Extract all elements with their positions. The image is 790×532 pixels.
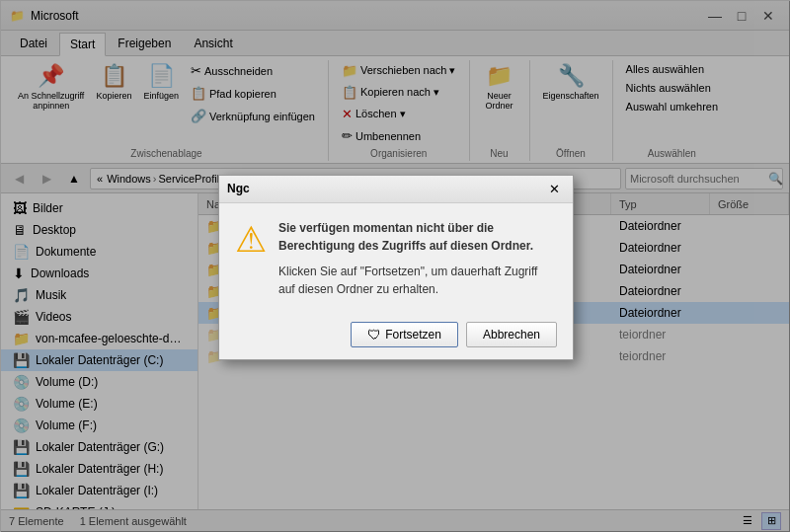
- shield-icon: 🛡: [367, 327, 381, 342]
- continue-button[interactable]: 🛡 Fortsetzen: [351, 322, 458, 347]
- cancel-label: Abbrechen: [483, 328, 540, 342]
- modal-close-button[interactable]: ✕: [543, 180, 565, 197]
- modal-footer: 🛡 Fortsetzen Abbrechen: [219, 314, 573, 359]
- continue-label: Fortsetzen: [385, 328, 441, 342]
- cancel-button[interactable]: Abbrechen: [466, 322, 557, 347]
- modal-body-text: Klicken Sie auf "Fortsetzen", um dauerha…: [278, 263, 557, 298]
- modal-body: ⚠ Sie verfügen momentan nicht über die B…: [219, 203, 573, 314]
- modal-titlebar: Ngc ✕: [219, 176, 573, 203]
- modal-dialog: Ngc ✕ ⚠ Sie verfügen momentan nicht über…: [218, 175, 574, 360]
- modal-title: Ngc: [227, 182, 543, 195]
- warning-icon: ⚠: [235, 219, 267, 298]
- modal-heading: Sie verfügen momentan nicht über die Ber…: [278, 219, 557, 255]
- modal-overlay: Ngc ✕ ⚠ Sie verfügen momentan nicht über…: [1, 1, 790, 532]
